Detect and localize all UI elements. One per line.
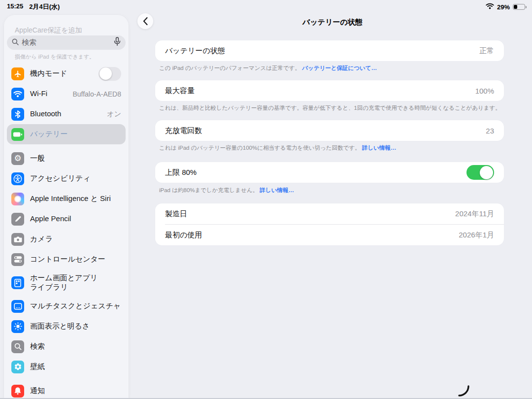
row-label: 最初の使用	[165, 231, 459, 240]
cycle-count-learn-more-link[interactable]: 詳しい情報…	[362, 145, 397, 151]
battery-health-content: バッテリーの状態 正常 この iPad のバッテリーのパフォーマンスは正常です。…	[155, 0, 504, 399]
battery-state-row: バッテリーの状態 正常	[155, 40, 504, 61]
airplane-icon	[11, 67, 24, 80]
wifi-icon	[11, 88, 24, 100]
battery-icon	[11, 128, 24, 141]
clock: 15:25	[7, 2, 23, 11]
camera-icon	[11, 233, 24, 246]
sidebar-item-wallpaper[interactable]: 壁紙	[7, 357, 126, 377]
date: 2月4日(水)	[29, 2, 60, 11]
search-field[interactable]: 検索	[7, 35, 126, 50]
sidebar-item-label: 壁紙	[30, 362, 121, 371]
cycle-count-row: 充放電回数 23	[155, 120, 504, 141]
sidebar-item-general[interactable]: ⚙ 一般	[7, 148, 126, 168]
sidebar-item-label: コントロールセンター	[30, 255, 121, 264]
wifi-network-name: Buffalo-A-AED8	[72, 90, 121, 98]
sidebar-item-label: Bluetooth	[30, 109, 107, 119]
sidebar-item-label: Wi-Fi	[30, 89, 72, 99]
sidebar-item-label: 機内モード	[30, 69, 99, 78]
gear-icon: ⚙	[11, 152, 24, 165]
sidebar-item-wifi[interactable]: Wi-Fi Buffalo-A-AED8	[7, 84, 126, 104]
row-label: 製造日	[165, 209, 455, 219]
settings-sidebar: AppleCare保証を追加 検索 損傷から iPad を保護できます。 機内モ…	[4, 15, 129, 399]
sidebar-item-home-screen[interactable]: ホーム画面とアプリ ライブラリ	[7, 269, 126, 296]
bell-icon	[11, 385, 24, 398]
pointer-crescent	[457, 384, 470, 399]
cycle-count-value: 23	[486, 127, 494, 135]
sidebar-item-label: アクセシビリティ	[30, 174, 121, 183]
battery-warranty-link[interactable]: バッテリーと保証について…	[302, 65, 377, 71]
sidebar-nav: 機内モード Wi-Fi Buffalo-A-AED8 Bluetooth オン	[4, 64, 129, 399]
bluetooth-state: オン	[107, 110, 121, 119]
max-capacity-row: 最大容量 100%	[155, 80, 504, 101]
battery-state-footer: この iPad のバッテリーのパフォーマンスは正常です。 バッテリーと保証につい…	[159, 65, 504, 72]
charge-limit-card: 上限 80%	[155, 162, 504, 183]
sidebar-item-display-brightness[interactable]: 画面表示と明るさ	[7, 316, 126, 336]
sidebar-item-multitasking[interactable]: マルチタスクとジェスチャ	[7, 296, 126, 316]
sidebar-item-label: 一般	[30, 154, 121, 163]
battery-state-value: 正常	[479, 46, 494, 56]
sidebar-item-label: マルチタスクとジェスチャ	[30, 301, 121, 311]
pencil-icon	[11, 213, 24, 226]
battery-status-icon	[513, 4, 525, 10]
ipad-settings-screen: 15:25 2月4日(水) 29% AppleCare保証を追加 検索 損傷から…	[0, 0, 532, 399]
first-use-value: 2026年1月	[459, 231, 494, 240]
row-label: 最大容量	[165, 86, 475, 96]
sidebar-item-label: 検索	[30, 342, 121, 351]
battery-info-card: 製造日 2024年11月 最初の使用 2026年1月	[155, 203, 504, 245]
sidebar-item-battery[interactable]: バッテリー	[7, 124, 126, 144]
applecare-banner-title[interactable]: AppleCare保証を追加	[15, 26, 129, 35]
max-capacity-footer: これは、新品時と比較したバッテリー容量の基準です。容量が低下すると、1回の充電で…	[159, 104, 504, 112]
sidebar-item-apple-intelligence-siri[interactable]: Apple Intelligence と Siri	[7, 189, 126, 209]
charge-limit-toggle[interactable]	[466, 165, 494, 180]
multitask-icon	[11, 300, 24, 313]
sidebar-item-label: ホーム画面とアプリ ライブラリ	[30, 273, 104, 292]
sidebar-item-accessibility[interactable]: アクセシビリティ	[7, 168, 126, 189]
sidebar-item-camera[interactable]: カメラ	[7, 229, 126, 249]
sidebar-item-apple-pencil[interactable]: Apple Pencil	[7, 209, 126, 229]
search-icon	[12, 38, 19, 47]
sidebar-item-label: バッテリー	[30, 130, 121, 139]
brightness-icon	[11, 320, 24, 333]
charge-limit-footer: iPad は約80%までしか充電しません。 詳しい情報…	[159, 187, 504, 194]
sidebar-item-label: 通知	[30, 386, 121, 396]
battery-state-card: バッテリーの状態 正常	[155, 40, 504, 61]
sidebar-item-control-center[interactable]: コントロールセンター	[7, 249, 126, 269]
sidebar-item-label: Apple Intelligence と Siri	[30, 194, 121, 203]
wallpaper-icon	[11, 361, 24, 373]
manufacture-date-value: 2024年11月	[455, 209, 494, 219]
cycle-count-footer: これは iPad のバッテリー容量の100%に相当する電力を使い切った回数です。…	[159, 144, 504, 152]
airplane-mode-toggle[interactable]	[99, 67, 121, 81]
manufacture-date-row: 製造日 2024年11月	[155, 203, 504, 224]
charge-limit-row: 上限 80%	[155, 162, 504, 183]
sidebar-item-notifications[interactable]: 通知	[7, 381, 126, 399]
row-label: 上限 80%	[165, 168, 466, 177]
sidebar-item-label: Apple Pencil	[30, 214, 121, 224]
cycle-count-card: 充放電回数 23	[155, 120, 504, 141]
charge-limit-learn-more-link[interactable]: 詳しい情報…	[260, 187, 294, 193]
max-capacity-value: 100%	[475, 87, 494, 95]
row-label: バッテリーの状態	[165, 46, 479, 56]
search-settings-icon	[11, 340, 24, 353]
search-placeholder: 検索	[22, 38, 111, 47]
sidebar-item-label: カメラ	[30, 234, 121, 244]
sidebar-item-label: 画面表示と明るさ	[30, 322, 121, 331]
bluetooth-icon	[11, 108, 24, 121]
sidebar-item-airplane-mode[interactable]: 機内モード	[7, 64, 126, 84]
home-screen-icon	[11, 276, 24, 289]
control-center-icon	[11, 253, 24, 266]
max-capacity-card: 最大容量 100%	[155, 80, 504, 101]
applecare-banner-caption: 損傷から iPad を保護できます。	[15, 53, 129, 61]
row-label: 充放電回数	[165, 126, 486, 135]
sidebar-item-bluetooth[interactable]: Bluetooth オン	[7, 104, 126, 124]
first-use-row: 最初の使用 2026年1月	[155, 225, 504, 245]
accessibility-icon	[11, 172, 24, 185]
mic-icon[interactable]	[114, 37, 121, 48]
sidebar-item-search[interactable]: 検索	[7, 336, 126, 357]
siri-icon	[11, 193, 24, 205]
